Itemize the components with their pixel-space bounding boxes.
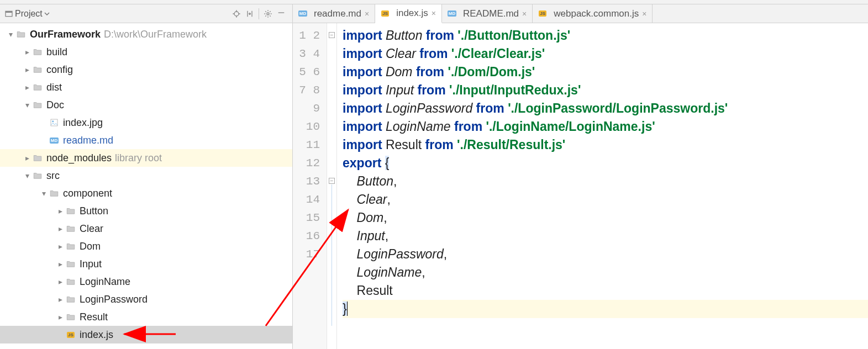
close-icon[interactable]: × xyxy=(642,9,646,18)
folder-icon xyxy=(65,241,76,252)
folder-icon xyxy=(65,223,76,234)
folder-icon xyxy=(65,205,76,216)
svg-rect-5 xyxy=(51,119,57,126)
tree-row-button[interactable]: ▸Button xyxy=(0,202,292,220)
folder-icon xyxy=(32,152,43,163)
tree-item-label: readme.md xyxy=(63,135,113,146)
editor-code[interactable]: import Button from './Button/Button.js'i… xyxy=(337,23,868,349)
project-panel-header: Project xyxy=(0,4,292,23)
tree-row-node_modules[interactable]: ▸node_moduleslibrary root xyxy=(0,149,292,167)
folder-icon xyxy=(32,99,43,110)
md-icon: MD xyxy=(49,135,60,146)
tree-item-label: dist xyxy=(46,82,62,93)
tree-row-config[interactable]: ▸config xyxy=(0,61,292,78)
tree-row-component[interactable]: ▾component xyxy=(0,184,292,202)
folder-icon xyxy=(32,46,43,57)
chevron-right-icon[interactable]: ▸ xyxy=(22,83,32,92)
tree-row-index-js[interactable]: •JSindex.js xyxy=(0,326,292,343)
tree-row-clear[interactable]: ▸Clear xyxy=(0,220,292,237)
chevron-right-icon[interactable]: ▸ xyxy=(55,207,65,215)
chevron-right-icon[interactable]: ▸ xyxy=(22,47,32,56)
chevron-right-icon[interactable]: ▸ xyxy=(55,295,65,304)
chevron-down-icon[interactable]: ▾ xyxy=(22,101,32,109)
chevron-right-icon[interactable]: ▸ xyxy=(22,154,32,162)
tab-readme-md[interactable]: MDREADME.md× xyxy=(442,4,533,23)
chevron-right-icon[interactable]: ▸ xyxy=(55,224,65,233)
tree-item-label: LoginPassword xyxy=(80,294,148,305)
chevron-right-icon[interactable]: ▸ xyxy=(55,260,65,268)
collapse-icon[interactable] xyxy=(243,7,256,20)
tab-webpack-common-js[interactable]: JSwebpack.common.js× xyxy=(533,4,653,23)
chevron-right-icon[interactable]: ▸ xyxy=(55,313,65,321)
folder-icon xyxy=(49,188,60,199)
js-icon: JS xyxy=(538,9,547,18)
tree-item-label: LoginName xyxy=(80,276,130,288)
tree-row-input[interactable]: ▸Input xyxy=(0,255,292,273)
tree-row-dist[interactable]: ▸dist xyxy=(0,78,292,96)
fold-marker[interactable]: − xyxy=(329,32,335,38)
md-icon: MD xyxy=(448,9,456,18)
folder-icon xyxy=(65,294,76,305)
tree-item-label: src xyxy=(46,170,60,182)
project-panel-title-group[interactable]: Project xyxy=(4,9,50,19)
tab-label: index.js xyxy=(396,8,428,19)
tree-item-label: Doc xyxy=(46,99,64,111)
tree-item-label: Result xyxy=(80,311,108,323)
tree-row-doc[interactable]: ▾Doc xyxy=(0,96,292,114)
tab-index-js[interactable]: JSindex.js× xyxy=(375,4,442,23)
gear-icon[interactable] xyxy=(261,7,275,20)
tree-row-result[interactable]: ▸Result xyxy=(0,308,292,326)
main-split: Project ▾OurFrameworkD:\work\OurFramewor… xyxy=(0,4,868,349)
tree-row-ourframework[interactable]: ▾OurFrameworkD:\work\OurFramework xyxy=(0,25,292,43)
chevron-right-icon[interactable]: ▸ xyxy=(55,277,65,286)
close-icon[interactable]: × xyxy=(522,9,527,18)
tree-item-label: index.jpg xyxy=(63,117,103,129)
tree-item-label: config xyxy=(46,64,73,76)
js-icon: JS xyxy=(381,9,390,18)
project-icon xyxy=(4,9,13,18)
chevron-down-icon[interactable]: ▾ xyxy=(39,189,49,198)
editor-area: MDreadme.md×JSindex.js×MDREADME.md×JSweb… xyxy=(293,4,868,349)
hide-icon[interactable] xyxy=(275,7,288,20)
editor-tabstrip: MDreadme.md×JSindex.js×MDREADME.md×JSweb… xyxy=(293,4,868,23)
tree-row-build[interactable]: ▸build xyxy=(0,43,292,61)
tree-item-suffix: library root xyxy=(115,152,162,164)
editor-body: 1 2 3 4 5 6 7 8 9 10 11 12 13 14 15 16 1… xyxy=(293,23,868,349)
svg-rect-4 xyxy=(278,12,285,13)
editor-gutter: 1 2 3 4 5 6 7 8 9 10 11 12 13 14 15 16 1… xyxy=(293,23,327,349)
chevron-down-icon[interactable]: ▾ xyxy=(6,30,15,39)
folder-icon xyxy=(65,276,76,287)
folder-icon xyxy=(32,170,43,181)
folder-icon xyxy=(65,258,76,269)
folder-icon xyxy=(32,64,43,75)
tree-row-loginpassword[interactable]: ▸LoginPassword xyxy=(0,290,292,308)
img-icon xyxy=(49,117,60,128)
tree-row-loginname[interactable]: ▸LoginName xyxy=(0,273,292,290)
fold-marker[interactable]: − xyxy=(329,178,335,184)
tree-row-index-jpg[interactable]: •index.jpg xyxy=(0,114,292,131)
target-icon[interactable] xyxy=(230,7,243,20)
tree-row-dom[interactable]: ▸Dom xyxy=(0,237,292,255)
tab-label: readme.md xyxy=(314,8,361,19)
chevron-right-icon[interactable]: ▸ xyxy=(22,65,32,74)
tree-item-label: Clear xyxy=(80,223,103,235)
tab-readme-md[interactable]: MDreadme.md× xyxy=(293,4,375,23)
close-icon[interactable]: × xyxy=(365,9,369,18)
js-icon: JS xyxy=(65,329,76,340)
svg-point-6 xyxy=(52,120,54,122)
tree-row-src[interactable]: ▾src xyxy=(0,167,292,184)
project-tree[interactable]: ▾OurFrameworkD:\work\OurFramework▸build▸… xyxy=(0,23,292,349)
tree-item-label: build xyxy=(46,46,67,58)
svg-point-3 xyxy=(267,13,269,15)
folder-icon xyxy=(32,82,43,93)
tree-item-label: node_modules xyxy=(46,152,112,164)
folder-icon xyxy=(65,311,76,322)
chevron-right-icon[interactable]: ▸ xyxy=(55,242,65,251)
chevron-down-icon[interactable] xyxy=(44,9,50,19)
tree-row-readme-md[interactable]: •MDreadme.md xyxy=(0,131,292,149)
close-icon[interactable]: × xyxy=(432,9,436,18)
tab-label: webpack.common.js xyxy=(554,8,639,19)
chevron-down-icon[interactable]: ▾ xyxy=(22,171,32,180)
tree-item-label: Input xyxy=(80,258,102,270)
tab-label: README.md xyxy=(463,8,519,19)
